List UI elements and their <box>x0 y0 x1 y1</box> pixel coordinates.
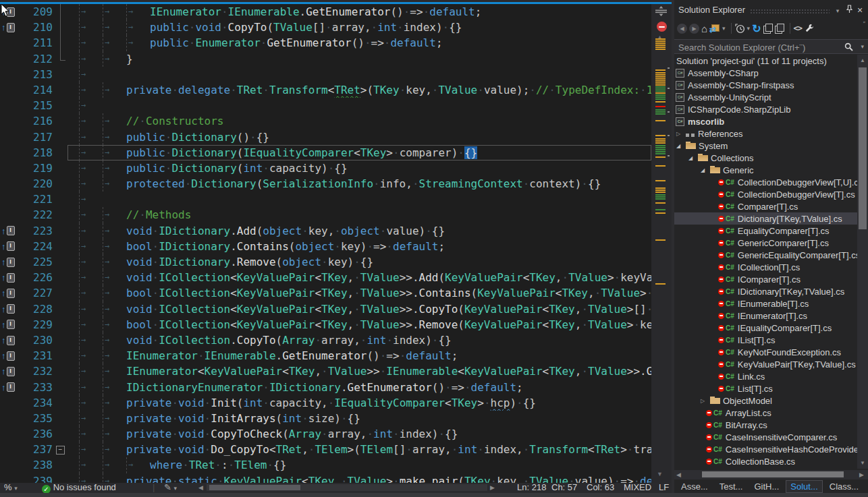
hscroll-thumb[interactable] <box>209 485 300 490</box>
tree-item-references[interactable]: ▷References <box>674 127 857 140</box>
hscroll-right-arrow-icon[interactable]: ▶ <box>859 471 864 478</box>
tree-item-icomparer-t-cs[interactable]: C#IComparer[T].cs <box>674 273 857 285</box>
column-indicator[interactable]: Col: 63 <box>587 481 614 494</box>
code-line[interactable]: ↑I231→→IEnumerator·IEnumerable.GetEnumer… <box>0 348 651 363</box>
tree-item-generic[interactable]: ◢Generic <box>674 164 857 176</box>
window-position-menu-icon[interactable]: ▾ <box>832 5 843 16</box>
code-line[interactable]: ↑I233→→IDictionaryEnumerator·IDictionary… <box>0 380 651 395</box>
pin-icon[interactable] <box>844 5 855 16</box>
hscroll-left-arrow-icon[interactable]: ◀ <box>676 471 681 478</box>
code-line[interactable]: 215→ <box>0 98 651 113</box>
tree-item-keyvaluepair-tkey-tvalue-cs[interactable]: C#KeyValuePair[TKey,TValue].cs <box>674 358 857 370</box>
implements-glyph-icon[interactable]: ↑I <box>0 239 18 254</box>
code-line[interactable]: 219→→public·Dictionary(int·capacity)·{} <box>0 160 651 176</box>
encoding-indicator[interactable]: MIXED <box>624 481 651 494</box>
code-line[interactable]: 211→→→public·Enumerator·GetEnumerator()·… <box>0 35 651 51</box>
code-line[interactable]: 236→→private·void·CopyToCheck(Array·arra… <box>0 426 651 442</box>
collapsed-arrow-icon[interactable]: ▷ <box>676 131 686 137</box>
tree-item-collections[interactable]: ◢Collections <box>674 152 857 164</box>
hscroll-right-arrow-icon[interactable]: ▶ <box>490 481 495 494</box>
tool-window-tab-gith[interactable]: GitH... <box>749 480 784 493</box>
tool-window-tab-asse[interactable]: Asse... <box>676 480 713 493</box>
tree-item-collectiondebuggerview-t-u-cs[interactable]: C#CollectionDebuggerView[T,U].cs <box>674 176 857 188</box>
code-line[interactable]: ↑I226→→void·ICollection<KeyValuePair<TKe… <box>0 270 651 285</box>
implements-glyph-icon[interactable]: ↑I <box>0 332 18 348</box>
pending-changes-filter-icon[interactable] <box>735 22 745 35</box>
tree-item-assembly-csharp[interactable]: C#Assembly-CSharp <box>674 67 857 79</box>
tree-item-equalitycomparer-t-cs[interactable]: C#EqualityComparer[T].cs <box>674 225 857 237</box>
code-line[interactable]: ↑I232→→IEnumerator<KeyValuePair<TKey,·TV… <box>0 363 651 379</box>
tree-item-collectionbase-cs[interactable]: C#CollectionBase.cs <box>674 455 857 467</box>
expanded-arrow-icon[interactable]: ◢ <box>701 167 710 173</box>
tree-item-genericequalitycomparer-t-cs[interactable]: C#GenericEqualityComparer[T].cs <box>674 249 857 261</box>
tree-item-dictionary-tkey-tvalue-cs[interactable]: C#Dictionary[TKey,TValue].cs <box>674 212 857 225</box>
tree-item-icsharpcode-sharpziplib[interactable]: C#ICSharpCode.SharpZipLib <box>674 103 857 115</box>
tree-item-comparer-t-cs[interactable]: C#Comparer[T].cs <box>674 200 857 212</box>
code-line[interactable]: ↑I224→→bool·IDictionary.Contains(object·… <box>0 239 651 254</box>
switch-views-icon[interactable]: ⇄ <box>709 22 720 35</box>
line-indicator[interactable]: Ln: 218 <box>517 481 546 494</box>
code-line[interactable]: 235→→private·void·InitArrays(int·size)·{… <box>0 411 651 426</box>
eol-indicator[interactable]: LF <box>659 481 669 494</box>
collapsed-arrow-icon[interactable]: ▷ <box>701 398 710 404</box>
implements-glyph-icon[interactable]: ↑I <box>0 270 18 285</box>
implements-glyph-icon[interactable]: ↑I <box>0 254 18 270</box>
scroll-down-arrow-icon[interactable]: ▼ <box>860 460 865 466</box>
issues-indicator[interactable]: ✓ No issues found <box>42 481 116 494</box>
code-line[interactable]: 234→→private·void·Init(int·capacity,·IEq… <box>0 395 651 411</box>
implements-glyph-icon[interactable]: ↑I <box>0 380 18 395</box>
char-indicator[interactable]: Ch: 57 <box>551 481 577 494</box>
toolbar-overflow-icon[interactable]: ″ <box>863 20 865 27</box>
tool-window-tab-class[interactable]: Class... <box>825 480 863 493</box>
code-line[interactable]: 221→ <box>0 192 651 207</box>
code-line[interactable]: 217→→public·Dictionary()·{} <box>0 129 651 145</box>
tree-item-genericcomparer-t-cs[interactable]: C#GenericComparer[T].cs <box>674 237 857 249</box>
expanded-arrow-icon[interactable]: ◢ <box>676 143 686 149</box>
code-line[interactable]: ↑I223→→void·IDictionary.Add(object·key,·… <box>0 223 651 239</box>
scroll-up-arrow-icon[interactable]: ▲ <box>860 57 865 63</box>
caret-icon[interactable]: ▾ <box>747 22 751 35</box>
search-input[interactable] <box>677 40 842 54</box>
tree-item-ienumerator-t-cs[interactable]: C#IEnumerator[T].cs <box>674 310 857 322</box>
tree-item-iequalitycomparer-t-cs[interactable]: C#IEqualityComparer[T].cs <box>674 322 857 334</box>
properties-icon[interactable] <box>804 22 814 35</box>
code-line[interactable]: ↑I210→→→public·void·CopyTo(TValue[]·arra… <box>0 20 651 35</box>
outlining-margin[interactable]: − <box>53 442 67 457</box>
editor-vertical-scrollbar[interactable]: ▲ ▼ <box>651 4 672 483</box>
editor-horizontal-scrollbar[interactable] <box>207 484 487 491</box>
preview-selected-items-icon[interactable] <box>775 22 784 35</box>
implements-glyph-icon[interactable]: ↑I <box>0 285 18 301</box>
scroll-down-arrow-icon[interactable]: ▼ <box>657 471 663 477</box>
caret-icon[interactable]: ▾ <box>722 22 726 35</box>
split-window-grip-icon[interactable] <box>655 5 668 20</box>
code-line[interactable]: 216→→//·Constructors <box>0 113 651 129</box>
code-line[interactable]: 220→→protected·Dictionary(SerializationI… <box>0 176 651 192</box>
search-options-caret-icon[interactable]: ▾ <box>861 43 864 50</box>
tree-item-icollection-t-cs[interactable]: C#ICollection[T].cs <box>674 261 857 273</box>
code-line[interactable]: ↑I225→→void·IDictionary.Remove(object·ke… <box>0 254 651 270</box>
panel-title-bar[interactable]: Solution Explorer ▾ × <box>674 3 868 19</box>
tree-item-list-t-cs[interactable]: C#List[T].cs <box>674 382 857 394</box>
tree-item-idictionary-tkey-tvalue-cs[interactable]: C#IDictionary[TKey,TValue].cs <box>674 285 857 297</box>
implements-glyph-icon[interactable]: ↑I <box>0 348 18 363</box>
code-line[interactable]: 218→→public·Dictionary(IEqualityComparer… <box>0 145 651 160</box>
hscroll-left-arrow-icon[interactable]: ◀ <box>198 481 203 494</box>
tree-item-link-cs[interactable]: C#Link.cs <box>674 370 857 382</box>
tool-window-tab-tea[interactable]: Tea... <box>865 480 868 493</box>
tree-item-arraylist-cs[interactable]: C#ArrayList.cs <box>674 407 857 419</box>
tree-item-ilist-t-cs[interactable]: C#IList[T].cs <box>674 334 857 346</box>
code-line[interactable]: 213→ <box>0 67 651 82</box>
tree-vertical-scrollbar[interactable]: ▲ ▼ <box>857 55 868 469</box>
tree-item-mscorlib[interactable]: C#mscorlib <box>674 115 857 127</box>
code-line[interactable]: ↑I229→→bool·ICollection<KeyValuePair<TKe… <box>0 317 651 332</box>
tree-item-objectmodel[interactable]: ▷ObjectModel <box>674 394 857 407</box>
tree-item-assembly-csharp-firstpass[interactable]: C#Assembly-CSharp-firstpass <box>674 79 857 91</box>
tree-item-caseinsensitivehashcodeprovider-cs[interactable]: C#CaseInsensitiveHashCodeProvider.cs <box>674 443 857 455</box>
tree-item-assembly-unityscript[interactable]: C#Assembly-UnityScript <box>674 91 857 103</box>
code-line[interactable]: 237−→→private·void·Do_CopyTo<TRet,·TElem… <box>0 442 651 457</box>
code-line[interactable]: ↑I227→→bool·ICollection<KeyValuePair<TKe… <box>0 285 651 301</box>
sync-with-active-document-icon[interactable] <box>763 22 773 35</box>
tree-vscroll-thumb[interactable] <box>859 67 867 229</box>
code-line[interactable]: 238→→→where·TRet·:·TElem·{} <box>0 457 651 473</box>
implements-glyph-icon[interactable]: ↑I <box>0 317 18 332</box>
